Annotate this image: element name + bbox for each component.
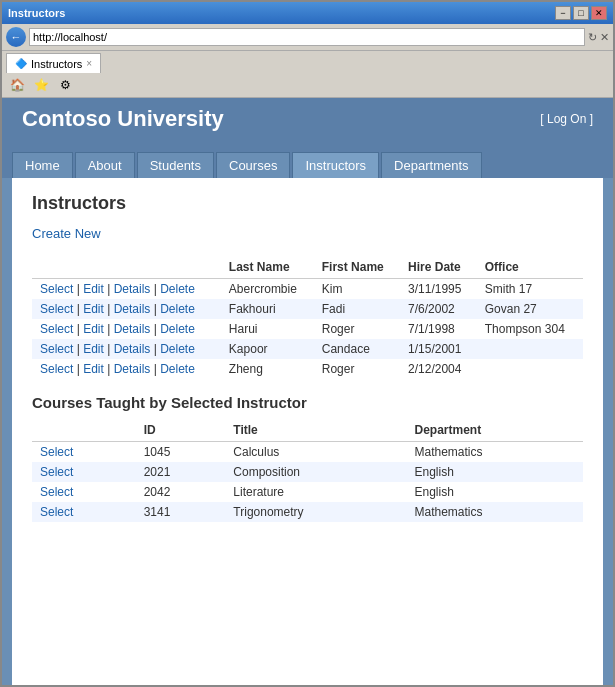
courses-table: ID Title Department Select1045CalculusMa… [32,419,583,522]
action-edit-link[interactable]: Edit [83,362,104,376]
action-delete-link[interactable]: Delete [160,362,195,376]
course-select-link[interactable]: Select [40,465,73,479]
action-separator: | [104,302,114,316]
row-actions: Select | Edit | Details | Delete [32,359,221,379]
action-edit-link[interactable]: Edit [83,322,104,336]
cell-office: Govan 27 [477,299,583,319]
create-new-link[interactable]: Create New [32,226,101,241]
page-header: Contoso University [ Log On ] [2,98,613,140]
course-action-cell: Select [32,502,136,522]
tools-icon[interactable]: ⚙ [54,75,76,95]
action-select-link[interactable]: Select [40,322,73,336]
browser-toolbar: 🏠 ⭐ ⚙ [2,73,613,98]
action-details-link[interactable]: Details [114,302,151,316]
action-details-link[interactable]: Details [114,342,151,356]
window-controls: − □ ✕ [555,6,607,20]
action-separator: | [104,282,114,296]
active-tab[interactable]: 🔷 Instructors × [6,53,101,73]
nav-item-instructors[interactable]: Instructors [292,152,379,178]
action-select-link[interactable]: Select [40,302,73,316]
nav-item-home[interactable]: Home [12,152,73,178]
tab-close-button[interactable]: × [86,58,92,69]
refresh-icon[interactable]: ↻ [588,31,597,44]
table-header-row: Last Name First Name Hire Date Office [32,256,583,279]
row-actions: Select | Edit | Details | Delete [32,319,221,339]
address-input[interactable] [29,28,585,46]
action-details-link[interactable]: Details [114,362,151,376]
row-actions: Select | Edit | Details | Delete [32,279,221,300]
cell-last-name: Fakhouri [221,299,314,319]
cell-office [477,339,583,359]
home-toolbar-icon[interactable]: 🏠 [6,75,28,95]
action-edit-link[interactable]: Edit [83,342,104,356]
maximize-button[interactable]: □ [573,6,589,20]
course-cell-id: 1045 [136,442,226,463]
close-button[interactable]: ✕ [591,6,607,20]
back-button[interactable]: ← [6,27,26,47]
action-delete-link[interactable]: Delete [160,322,195,336]
course-cell-title: Literature [225,482,406,502]
course-select-link[interactable]: Select [40,445,73,459]
cell-first-name: Roger [314,319,400,339]
nav-item-about[interactable]: About [75,152,135,178]
action-delete-link[interactable]: Delete [160,342,195,356]
courses-table-row: Select2042LiteratureEnglish [32,482,583,502]
course-action-cell: Select [32,482,136,502]
cell-hire-date: 7/1/1998 [400,319,477,339]
cell-hire-date: 1/15/2001 [400,339,477,359]
action-select-link[interactable]: Select [40,362,73,376]
courses-table-row: Select1045CalculusMathematics [32,442,583,463]
action-select-link[interactable]: Select [40,342,73,356]
action-separator: | [150,282,160,296]
action-separator: | [150,302,160,316]
log-on-link[interactable]: [ Log On ] [540,112,593,126]
main-content: Instructors Create New Last Name First N… [12,178,603,685]
action-details-link[interactable]: Details [114,282,151,296]
cell-hire-date: 3/11/1995 [400,279,477,300]
action-details-link[interactable]: Details [114,322,151,336]
action-edit-link[interactable]: Edit [83,302,104,316]
cell-hire-date: 2/12/2004 [400,359,477,379]
action-separator: | [150,322,160,336]
stop-icon[interactable]: ✕ [600,31,609,44]
cell-hire-date: 7/6/2002 [400,299,477,319]
course-action-cell: Select [32,462,136,482]
table-row: Select | Edit | Details | DeleteHaruiRog… [32,319,583,339]
nav-item-courses[interactable]: Courses [216,152,290,178]
action-delete-link[interactable]: Delete [160,282,195,296]
minimize-button[interactable]: − [555,6,571,20]
action-separator: | [104,362,114,376]
col-office: Office [477,256,583,279]
course-cell-title: Trigonometry [225,502,406,522]
action-delete-link[interactable]: Delete [160,302,195,316]
action-select-link[interactable]: Select [40,282,73,296]
course-cell-department: Mathematics [406,442,583,463]
course-cell-department: English [406,482,583,502]
favorites-icon[interactable]: ⭐ [30,75,52,95]
action-separator: | [150,342,160,356]
col-first-name: First Name [314,256,400,279]
table-row: Select | Edit | Details | DeleteAbercrom… [32,279,583,300]
cell-first-name: Roger [314,359,400,379]
course-select-link[interactable]: Select [40,505,73,519]
courses-header-row: ID Title Department [32,419,583,442]
action-separator: | [73,282,83,296]
action-separator: | [150,362,160,376]
cell-first-name: Kim [314,279,400,300]
courses-section-title: Courses Taught by Selected Instructor [32,394,583,411]
action-separator: | [104,322,114,336]
action-edit-link[interactable]: Edit [83,282,104,296]
action-separator: | [73,362,83,376]
window-title: Instructors [8,7,65,19]
courses-col-id: ID [136,419,226,442]
course-action-cell: Select [32,442,136,463]
browser-window: Instructors − □ ✕ ← ↻ ✕ 🔷 Instructors × … [0,0,615,687]
cell-last-name: Abercrombie [221,279,314,300]
nav-item-students[interactable]: Students [137,152,214,178]
tab-favicon: 🔷 [15,58,27,69]
nav-item-departments[interactable]: Departments [381,152,481,178]
cell-office: Thompson 304 [477,319,583,339]
courses-table-row: Select3141TrigonometryMathematics [32,502,583,522]
page-content: Contoso University [ Log On ] Home About… [2,98,613,685]
course-select-link[interactable]: Select [40,485,73,499]
